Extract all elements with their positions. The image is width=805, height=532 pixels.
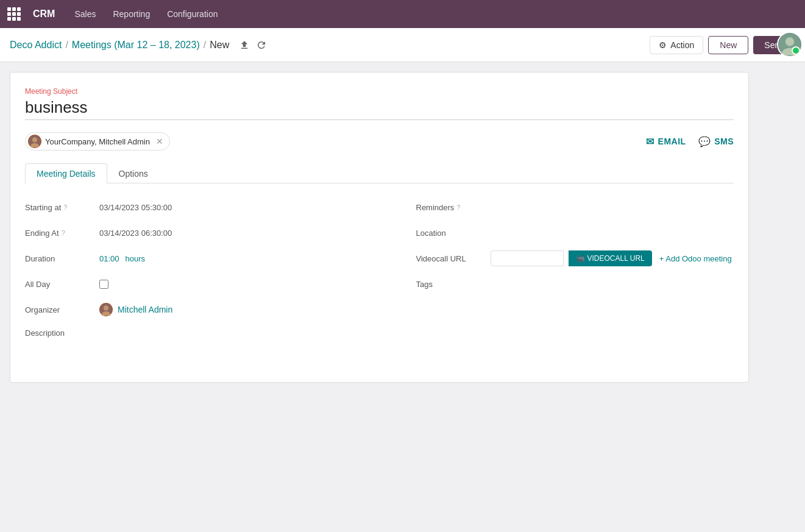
duration-row: Duration 01:00 hours — [25, 247, 367, 270]
organizer-row: Organizer Mitchell Admin — [25, 298, 367, 321]
all-day-checkbox[interactable] — [99, 280, 108, 289]
reminders-help: ? — [456, 204, 460, 211]
tab-options[interactable]: Options — [107, 163, 160, 183]
meeting-subject-section: Meeting Subject — [25, 87, 734, 120]
ending-at-label: Ending At ? — [25, 229, 92, 238]
tab-meeting-details[interactable]: Meeting Details — [25, 163, 107, 183]
svg-point-4 — [104, 306, 108, 311]
description-row: Description — [25, 326, 367, 365]
description-label: Description — [25, 328, 92, 338]
starting-at-value[interactable]: 03/14/2023 05:30:00 — [99, 203, 367, 212]
ending-at-help: ? — [62, 229, 65, 236]
breadcrumb: Deco Addict / Meetings (Mar 12 – 18, 202… — [10, 40, 640, 51]
duration-label: Duration — [25, 254, 92, 263]
duration-value[interactable]: 01:00 — [99, 254, 119, 263]
organizer-avatar — [99, 303, 113, 316]
breadcrumb-sep2: / — [204, 40, 206, 51]
add-odoo-meeting-button[interactable]: + Add Odoo meeting — [659, 254, 732, 263]
toolbar-actions: Action New Send — [650, 36, 795, 54]
main-content: Meeting Subject YourCompany, Mitchell Ad… — [0, 62, 759, 392]
reminders-row: Reminders ? — [416, 196, 734, 219]
email-button[interactable]: ✉ EMAIL — [646, 136, 686, 147]
meeting-subject-input[interactable] — [25, 98, 734, 120]
starting-at-row: Starting at ? 03/14/2023 05:30:00 — [25, 196, 367, 219]
nav-sales[interactable]: Sales — [67, 5, 103, 23]
attendee-avatar — [28, 135, 41, 148]
gear-icon — [659, 40, 667, 50]
starting-at-label: Starting at ? — [25, 203, 92, 212]
tags-row: Tags — [416, 272, 734, 296]
videocall-url-label: Videocall URL — [416, 254, 483, 263]
videocall-url-input[interactable] — [491, 250, 564, 266]
organizer-label: Organizer — [25, 305, 92, 314]
breadcrumb-bar: Deco Addict / Meetings (Mar 12 – 18, 202… — [0, 28, 805, 62]
new-button[interactable]: New — [708, 36, 748, 54]
app-name[interactable]: CRM — [33, 9, 55, 20]
attendee-remove-button[interactable]: ✕ — [156, 137, 163, 146]
form-right: Reminders ? Location Videocall URL 📹 — [380, 196, 734, 367]
tags-label: Tags — [416, 280, 483, 289]
user-avatar-corner[interactable] — [777, 32, 803, 57]
all-day-label: All Day — [25, 280, 92, 289]
attendee-name: YourCompany, Mitchell Admin — [45, 137, 150, 146]
app-grid-icon[interactable] — [7, 7, 21, 21]
main-nav: Sales Reporting Configuration — [67, 5, 225, 23]
videocall-url-row: Videocall URL 📹 VIDEOCALL URL + Add Odoo… — [416, 247, 734, 270]
email-sms-row: ✉ EMAIL 💬 SMS — [646, 136, 734, 147]
meeting-subject-label: Meeting Subject — [25, 87, 734, 96]
duration-unit: hours — [126, 254, 146, 263]
organizer-field: Mitchell Admin — [99, 303, 172, 316]
refresh-icon[interactable] — [256, 40, 267, 51]
form-left: Starting at ? 03/14/2023 05:30:00 Ending… — [25, 196, 380, 367]
location-label: Location — [416, 229, 483, 238]
form-card: Meeting Subject YourCompany, Mitchell Ad… — [10, 72, 749, 383]
videocall-url-button[interactable]: 📹 VIDEOCALL URL — [569, 250, 652, 266]
videocall-icon: 📹 — [576, 254, 585, 263]
videocall-row: 📹 VIDEOCALL URL + Add Odoo meeting — [491, 250, 732, 266]
svg-point-7 — [785, 37, 794, 46]
upload-icon[interactable] — [239, 40, 250, 51]
all-day-row: All Day — [25, 272, 367, 296]
svg-point-1 — [32, 138, 37, 143]
top-navigation: CRM Sales Reporting Configuration — [0, 0, 805, 28]
description-field[interactable] — [99, 328, 367, 365]
sms-icon: 💬 — [698, 136, 711, 147]
breadcrumb-current: New — [210, 40, 229, 51]
breadcrumb-parent1[interactable]: Deco Addict — [10, 40, 62, 51]
nav-configuration[interactable]: Configuration — [160, 5, 225, 23]
reminders-label: Reminders ? — [416, 203, 483, 212]
sms-button[interactable]: 💬 SMS — [698, 136, 734, 147]
attendee-chip: YourCompany, Mitchell Admin ✕ — [25, 132, 170, 151]
action-button[interactable]: Action — [650, 36, 703, 54]
nav-reporting[interactable]: Reporting — [105, 5, 157, 23]
email-icon: ✉ — [646, 136, 654, 147]
breadcrumb-parent2[interactable]: Meetings (Mar 12 – 18, 2023) — [72, 40, 200, 51]
breadcrumb-sep1: / — [65, 40, 68, 51]
tabs: Meeting Details Options — [25, 163, 734, 183]
location-row: Location — [416, 221, 734, 244]
form-grid: Starting at ? 03/14/2023 05:30:00 Ending… — [25, 196, 734, 367]
ending-at-row: Ending At ? 03/14/2023 06:30:00 — [25, 221, 367, 244]
starting-at-help: ? — [63, 204, 67, 211]
ending-at-value[interactable]: 03/14/2023 06:30:00 — [99, 229, 367, 238]
attendees-row: YourCompany, Mitchell Admin ✕ ✉ EMAIL 💬 … — [25, 132, 734, 151]
organizer-name[interactable]: Mitchell Admin — [118, 305, 172, 314]
